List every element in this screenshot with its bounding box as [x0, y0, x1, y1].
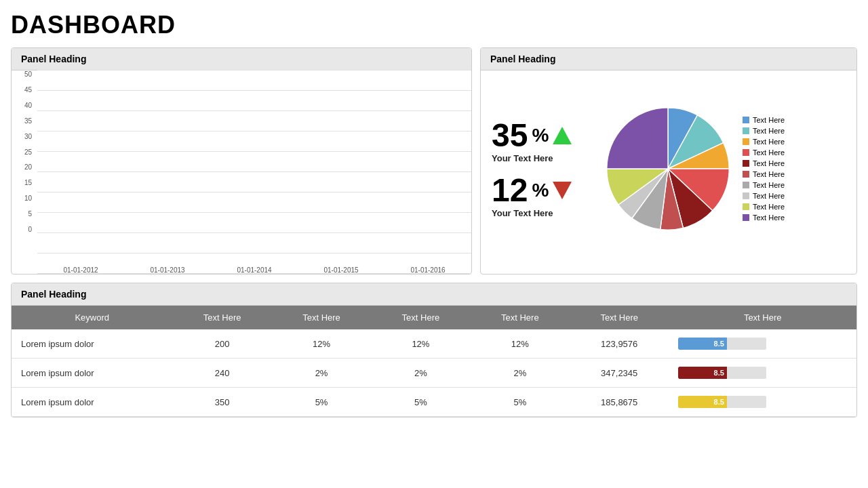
legend-item: Text Here	[743, 203, 785, 211]
stat-label-2: Your Text Here	[492, 208, 593, 218]
table-column-header: Text Here	[471, 306, 570, 329]
table-cell: 5%	[471, 388, 570, 417]
bar-chart-container: 05101520253035404550 01-01-201201-01-201…	[12, 70, 471, 274]
progress-bar-container: 8.5	[678, 367, 766, 379]
table-cell: 12%	[272, 329, 371, 359]
table-cell: 5%	[371, 388, 470, 417]
legend-label: Text Here	[753, 170, 785, 178]
table-cell: 350	[172, 388, 271, 417]
table-column-header: Keyword	[12, 306, 172, 329]
y-axis-label: 45	[12, 86, 32, 94]
y-axis-label: 30	[12, 133, 32, 140]
table-column-header: Text Here	[272, 306, 371, 329]
y-axis-label: 35	[12, 117, 32, 125]
progress-bar-container: 8.5	[678, 338, 766, 350]
pie-legend: Text HereText HereText HereText HereText…	[743, 116, 785, 222]
progress-bar-container: 8.5	[678, 396, 766, 408]
bar-chart-heading: Panel Heading	[12, 48, 471, 70]
legend-item: Text Here	[743, 214, 785, 222]
y-axis-label: 10	[12, 195, 32, 202]
table-row: Lorem ipsum dolor20012%12%12%123,9576 8.…	[12, 329, 856, 359]
stat-percent-2: %	[532, 181, 549, 200]
table-cell-progress: 8.5	[669, 388, 856, 417]
legend-color	[743, 182, 749, 188]
table-column-header: Text Here	[172, 306, 271, 329]
pie-segment	[607, 108, 668, 169]
table-column-header: Text Here	[669, 306, 856, 329]
legend-item: Text Here	[743, 159, 785, 167]
data-table: KeywordText HereText HereText HereText H…	[12, 306, 856, 417]
y-axis-label: 0	[12, 226, 32, 233]
table-cell: 123,9576	[570, 329, 669, 359]
stat-number-1: 35%	[492, 119, 593, 152]
x-axis-label: 01-01-2015	[323, 266, 358, 274]
stats-column: 35% Your Text Here 12% Your Text Here	[492, 119, 593, 218]
legend-label: Text Here	[753, 159, 785, 167]
legend-item: Text Here	[743, 148, 785, 157]
y-axis-labels: 05101520253035404550	[12, 70, 32, 233]
table-cell: 200	[172, 329, 271, 359]
legend-color	[743, 149, 749, 156]
table-cell-progress: 8.5	[669, 329, 856, 359]
legend-color	[743, 214, 749, 221]
legend-item: Text Here	[743, 116, 785, 124]
pie-svg	[604, 104, 732, 233]
progress-bar-fill: 8.5	[678, 396, 727, 408]
x-axis-label: 01-01-2016	[410, 266, 445, 274]
table-cell: 5%	[272, 388, 371, 417]
legend-item: Text Here	[743, 138, 785, 146]
stat-value-2: 12	[492, 174, 528, 207]
progress-cell: 8.5	[678, 338, 847, 350]
legend-color	[743, 117, 749, 123]
table-cell: Lorem ipsum dolor	[12, 329, 172, 359]
legend-color	[743, 203, 749, 210]
legend-color	[743, 171, 749, 178]
arrow-up-icon	[553, 127, 572, 144]
table-row: Lorem ipsum dolor3505%5%5%185,8675 8.5	[12, 388, 856, 417]
legend-label: Text Here	[753, 203, 785, 211]
stat-percent-1: %	[532, 126, 549, 145]
table-column-header: Text Here	[371, 306, 470, 329]
arrow-down-icon	[553, 182, 572, 199]
pie-chart-visual	[600, 104, 736, 233]
chart-inner	[37, 70, 471, 274]
stat-number-2: 12%	[492, 174, 593, 207]
legend-item: Text Here	[743, 127, 785, 135]
progress-bar-fill: 8.5	[678, 338, 727, 350]
legend-label: Text Here	[753, 127, 785, 135]
progress-bar-fill: 8.5	[678, 367, 727, 379]
table-head: KeywordText HereText HereText HereText H…	[12, 306, 856, 329]
table-cell: 2%	[272, 359, 371, 388]
legend-label: Text Here	[753, 116, 785, 124]
legend-color	[743, 192, 749, 199]
table-body: Lorem ipsum dolor20012%12%12%123,9576 8.…	[12, 329, 856, 417]
table-panel: Panel Heading KeywordText HereText HereT…	[11, 283, 857, 418]
table-cell-progress: 8.5	[669, 359, 856, 388]
table-heading: Panel Heading	[12, 283, 856, 306]
y-axis-label: 15	[12, 179, 32, 186]
y-axis-label: 50	[12, 70, 32, 78]
pie-chart-panel: Panel Heading 35% Your Text Here 12% You	[480, 47, 857, 274]
progress-cell: 8.5	[678, 367, 847, 379]
legend-label: Text Here	[753, 138, 785, 146]
pie-chart-heading: Panel Heading	[481, 48, 856, 70]
table-cell: 12%	[471, 329, 570, 359]
x-labels: 01-01-201201-01-201301-01-201401-01-2015…	[37, 266, 471, 274]
legend-label: Text Here	[753, 214, 785, 222]
legend-color	[743, 127, 749, 134]
pie-panel-body: 35% Your Text Here 12% Your Text Here	[481, 70, 856, 267]
y-axis-label: 5	[12, 210, 32, 218]
bars-container	[37, 70, 471, 274]
stat-item-1: 35% Your Text Here	[492, 119, 593, 163]
legend-label: Text Here	[753, 148, 785, 157]
table-column-header: Text Here	[570, 306, 669, 329]
y-axis-label: 20	[12, 163, 32, 171]
legend-item: Text Here	[743, 170, 785, 178]
stat-value-1: 35	[492, 119, 528, 152]
legend-label: Text Here	[753, 192, 785, 200]
x-axis-label: 01-01-2012	[63, 266, 98, 274]
x-axis-label: 01-01-2014	[237, 266, 271, 274]
table-row: Lorem ipsum dolor2402%2%2%347,2345 8.5	[12, 359, 856, 388]
legend-color	[743, 138, 749, 145]
legend-item: Text Here	[743, 192, 785, 200]
